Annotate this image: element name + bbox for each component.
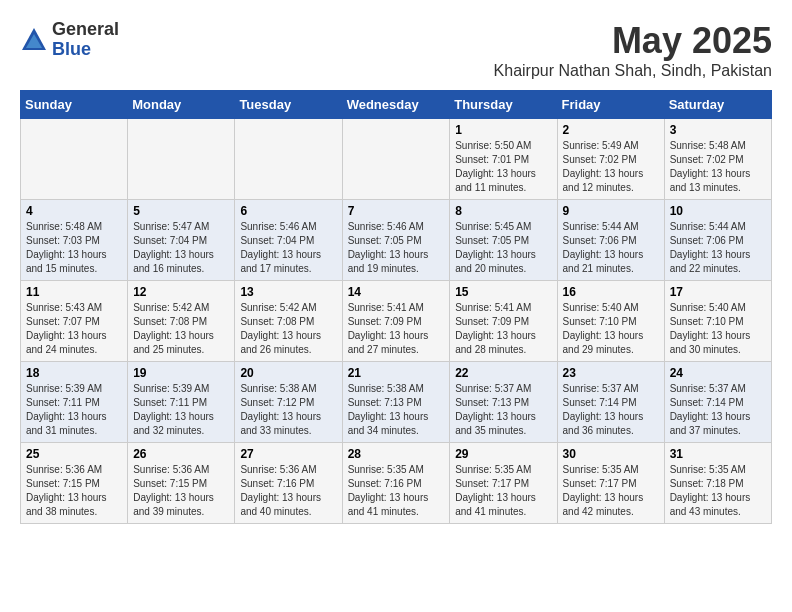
calendar-cell: 19Sunrise: 5:39 AM Sunset: 7:11 PM Dayli… (128, 362, 235, 443)
calendar-cell: 25Sunrise: 5:36 AM Sunset: 7:15 PM Dayli… (21, 443, 128, 524)
calendar-week-row: 18Sunrise: 5:39 AM Sunset: 7:11 PM Dayli… (21, 362, 772, 443)
day-info: Sunrise: 5:36 AM Sunset: 7:15 PM Dayligh… (133, 463, 229, 519)
day-number: 18 (26, 366, 122, 380)
day-number: 28 (348, 447, 445, 461)
calendar-week-row: 4Sunrise: 5:48 AM Sunset: 7:03 PM Daylig… (21, 200, 772, 281)
day-number: 23 (563, 366, 659, 380)
day-number: 4 (26, 204, 122, 218)
weekday-header: Thursday (450, 91, 557, 119)
day-number: 8 (455, 204, 551, 218)
day-info: Sunrise: 5:45 AM Sunset: 7:05 PM Dayligh… (455, 220, 551, 276)
calendar-cell: 10Sunrise: 5:44 AM Sunset: 7:06 PM Dayli… (664, 200, 771, 281)
weekday-row: SundayMondayTuesdayWednesdayThursdayFrid… (21, 91, 772, 119)
day-number: 11 (26, 285, 122, 299)
logo-text: General Blue (52, 20, 119, 60)
day-number: 22 (455, 366, 551, 380)
day-info: Sunrise: 5:38 AM Sunset: 7:13 PM Dayligh… (348, 382, 445, 438)
location-subtitle: Khairpur Nathan Shah, Sindh, Pakistan (494, 62, 772, 80)
day-number: 21 (348, 366, 445, 380)
calendar-cell: 20Sunrise: 5:38 AM Sunset: 7:12 PM Dayli… (235, 362, 342, 443)
day-info: Sunrise: 5:37 AM Sunset: 7:13 PM Dayligh… (455, 382, 551, 438)
day-number: 31 (670, 447, 766, 461)
calendar-cell: 12Sunrise: 5:42 AM Sunset: 7:08 PM Dayli… (128, 281, 235, 362)
day-number: 19 (133, 366, 229, 380)
day-number: 15 (455, 285, 551, 299)
day-info: Sunrise: 5:49 AM Sunset: 7:02 PM Dayligh… (563, 139, 659, 195)
day-info: Sunrise: 5:41 AM Sunset: 7:09 PM Dayligh… (455, 301, 551, 357)
day-info: Sunrise: 5:35 AM Sunset: 7:17 PM Dayligh… (455, 463, 551, 519)
day-info: Sunrise: 5:42 AM Sunset: 7:08 PM Dayligh… (133, 301, 229, 357)
calendar-cell: 1Sunrise: 5:50 AM Sunset: 7:01 PM Daylig… (450, 119, 557, 200)
day-info: Sunrise: 5:40 AM Sunset: 7:10 PM Dayligh… (670, 301, 766, 357)
day-info: Sunrise: 5:39 AM Sunset: 7:11 PM Dayligh… (26, 382, 122, 438)
day-number: 30 (563, 447, 659, 461)
calendar-cell: 27Sunrise: 5:36 AM Sunset: 7:16 PM Dayli… (235, 443, 342, 524)
calendar-cell: 8Sunrise: 5:45 AM Sunset: 7:05 PM Daylig… (450, 200, 557, 281)
day-number: 25 (26, 447, 122, 461)
day-number: 5 (133, 204, 229, 218)
month-title: May 2025 (494, 20, 772, 62)
day-info: Sunrise: 5:35 AM Sunset: 7:18 PM Dayligh… (670, 463, 766, 519)
calendar-cell: 13Sunrise: 5:42 AM Sunset: 7:08 PM Dayli… (235, 281, 342, 362)
day-number: 1 (455, 123, 551, 137)
day-info: Sunrise: 5:47 AM Sunset: 7:04 PM Dayligh… (133, 220, 229, 276)
calendar-cell: 23Sunrise: 5:37 AM Sunset: 7:14 PM Dayli… (557, 362, 664, 443)
day-number: 6 (240, 204, 336, 218)
calendar-table: SundayMondayTuesdayWednesdayThursdayFrid… (20, 90, 772, 524)
calendar-header: SundayMondayTuesdayWednesdayThursdayFrid… (21, 91, 772, 119)
calendar-cell: 18Sunrise: 5:39 AM Sunset: 7:11 PM Dayli… (21, 362, 128, 443)
day-number: 13 (240, 285, 336, 299)
day-number: 10 (670, 204, 766, 218)
calendar-cell: 15Sunrise: 5:41 AM Sunset: 7:09 PM Dayli… (450, 281, 557, 362)
day-info: Sunrise: 5:44 AM Sunset: 7:06 PM Dayligh… (563, 220, 659, 276)
weekday-header: Sunday (21, 91, 128, 119)
calendar-cell: 30Sunrise: 5:35 AM Sunset: 7:17 PM Dayli… (557, 443, 664, 524)
day-info: Sunrise: 5:40 AM Sunset: 7:10 PM Dayligh… (563, 301, 659, 357)
calendar-body: 1Sunrise: 5:50 AM Sunset: 7:01 PM Daylig… (21, 119, 772, 524)
calendar-week-row: 25Sunrise: 5:36 AM Sunset: 7:15 PM Dayli… (21, 443, 772, 524)
calendar-cell: 24Sunrise: 5:37 AM Sunset: 7:14 PM Dayli… (664, 362, 771, 443)
day-number: 20 (240, 366, 336, 380)
title-block: May 2025 Khairpur Nathan Shah, Sindh, Pa… (494, 20, 772, 80)
calendar-cell: 6Sunrise: 5:46 AM Sunset: 7:04 PM Daylig… (235, 200, 342, 281)
calendar-cell (235, 119, 342, 200)
day-info: Sunrise: 5:35 AM Sunset: 7:16 PM Dayligh… (348, 463, 445, 519)
calendar-week-row: 11Sunrise: 5:43 AM Sunset: 7:07 PM Dayli… (21, 281, 772, 362)
logo-icon (20, 26, 48, 54)
calendar-cell: 2Sunrise: 5:49 AM Sunset: 7:02 PM Daylig… (557, 119, 664, 200)
day-info: Sunrise: 5:43 AM Sunset: 7:07 PM Dayligh… (26, 301, 122, 357)
calendar-cell: 28Sunrise: 5:35 AM Sunset: 7:16 PM Dayli… (342, 443, 450, 524)
day-info: Sunrise: 5:42 AM Sunset: 7:08 PM Dayligh… (240, 301, 336, 357)
day-number: 29 (455, 447, 551, 461)
day-number: 2 (563, 123, 659, 137)
day-info: Sunrise: 5:39 AM Sunset: 7:11 PM Dayligh… (133, 382, 229, 438)
calendar-cell: 16Sunrise: 5:40 AM Sunset: 7:10 PM Dayli… (557, 281, 664, 362)
day-info: Sunrise: 5:41 AM Sunset: 7:09 PM Dayligh… (348, 301, 445, 357)
day-info: Sunrise: 5:50 AM Sunset: 7:01 PM Dayligh… (455, 139, 551, 195)
logo-blue: Blue (52, 40, 119, 60)
calendar-cell: 9Sunrise: 5:44 AM Sunset: 7:06 PM Daylig… (557, 200, 664, 281)
day-info: Sunrise: 5:37 AM Sunset: 7:14 PM Dayligh… (670, 382, 766, 438)
weekday-header: Tuesday (235, 91, 342, 119)
page-header: General Blue May 2025 Khairpur Nathan Sh… (20, 20, 772, 80)
calendar-week-row: 1Sunrise: 5:50 AM Sunset: 7:01 PM Daylig… (21, 119, 772, 200)
calendar-cell: 3Sunrise: 5:48 AM Sunset: 7:02 PM Daylig… (664, 119, 771, 200)
day-number: 26 (133, 447, 229, 461)
calendar-cell: 31Sunrise: 5:35 AM Sunset: 7:18 PM Dayli… (664, 443, 771, 524)
day-number: 17 (670, 285, 766, 299)
day-number: 9 (563, 204, 659, 218)
calendar-cell: 29Sunrise: 5:35 AM Sunset: 7:17 PM Dayli… (450, 443, 557, 524)
calendar-cell (128, 119, 235, 200)
calendar-cell: 11Sunrise: 5:43 AM Sunset: 7:07 PM Dayli… (21, 281, 128, 362)
day-info: Sunrise: 5:46 AM Sunset: 7:05 PM Dayligh… (348, 220, 445, 276)
day-info: Sunrise: 5:48 AM Sunset: 7:02 PM Dayligh… (670, 139, 766, 195)
day-info: Sunrise: 5:38 AM Sunset: 7:12 PM Dayligh… (240, 382, 336, 438)
calendar-cell (21, 119, 128, 200)
day-number: 3 (670, 123, 766, 137)
calendar-cell: 26Sunrise: 5:36 AM Sunset: 7:15 PM Dayli… (128, 443, 235, 524)
day-info: Sunrise: 5:35 AM Sunset: 7:17 PM Dayligh… (563, 463, 659, 519)
weekday-header: Monday (128, 91, 235, 119)
calendar-cell: 4Sunrise: 5:48 AM Sunset: 7:03 PM Daylig… (21, 200, 128, 281)
calendar-cell (342, 119, 450, 200)
calendar-cell: 17Sunrise: 5:40 AM Sunset: 7:10 PM Dayli… (664, 281, 771, 362)
